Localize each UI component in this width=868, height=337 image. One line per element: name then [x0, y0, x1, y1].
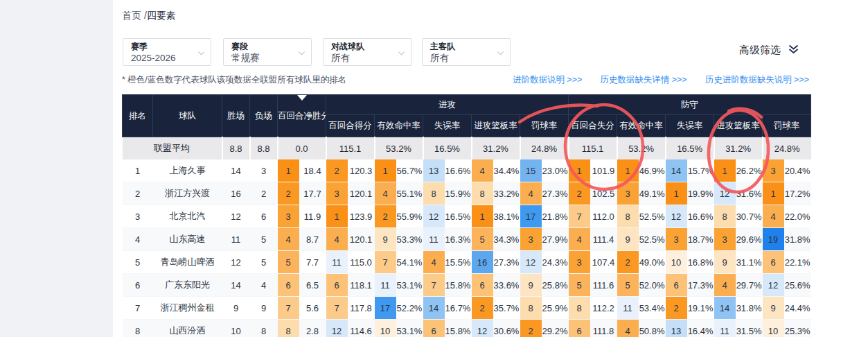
breadcrumb-home[interactable]: 首页 — [122, 10, 141, 21]
team-rank: 5 — [123, 251, 153, 274]
col-losses[interactable]: 负场 — [250, 95, 278, 137]
sub-col-def-0[interactable]: 百回合失分 — [569, 115, 617, 137]
stat-value: 53.4% — [639, 297, 666, 320]
rank-badge: 5 — [569, 274, 590, 297]
stat-value: 16.6% — [687, 205, 714, 228]
team-rank: 8 — [123, 320, 153, 337]
rank-badge: 7 — [375, 251, 396, 274]
chevron-down-icon — [297, 48, 306, 60]
avg-stat-8: 16.5% — [666, 137, 714, 160]
rank-badge: 3 — [617, 182, 639, 205]
sub-col-off-2[interactable]: 失误率 — [423, 115, 472, 137]
filter-opponent[interactable]: 对战球队 所有 — [323, 38, 411, 66]
stat-value: 33.6% — [493, 274, 520, 297]
sub-col-off-0[interactable]: 百回合得分 — [326, 115, 375, 137]
rank-badge: 11 — [375, 274, 396, 297]
league-average-row: 联盟平均8.88.80.0115.153.2%16.5%31.2%24.8%11… — [123, 137, 811, 160]
filter-stage-value: 常规赛 — [231, 52, 296, 64]
stat-value: 53.1% — [396, 274, 423, 297]
rank-badge: 9 — [714, 251, 736, 274]
link-advanced-data-help[interactable]: 进阶数据说明 >>> — [513, 74, 582, 86]
rank-badge: 7 — [278, 297, 299, 320]
stat-value: 56.7% — [396, 159, 423, 182]
rank-badge: 3 — [520, 228, 542, 251]
stat-value: 120.1 — [348, 182, 375, 205]
rank-badge: 17 — [375, 297, 396, 320]
col-rank[interactable]: 排名 — [123, 95, 153, 137]
team-row: 3北京北汽126311.91123.9255.9%1216.5%138.1%17… — [123, 205, 811, 228]
sub-col-def-2[interactable]: 失误率 — [666, 115, 714, 137]
sub-col-def-3[interactable]: 进攻篮板率 — [714, 115, 763, 137]
sub-col-off-4[interactable]: 罚球率 — [520, 115, 569, 137]
sort-caret-icon[interactable] — [297, 95, 307, 101]
rank-badge: 3 — [326, 182, 348, 205]
team-name[interactable]: 山西汾酒 — [153, 320, 222, 337]
stat-value: 16.6% — [445, 159, 472, 182]
rank-badge: 4 — [617, 320, 639, 337]
sub-col-def-1[interactable]: 有效命中率 — [617, 115, 666, 137]
rank-badge: 2 — [278, 182, 299, 205]
filter-home-away[interactable]: 主客队 所有 — [422, 38, 511, 66]
sub-col-off-3[interactable]: 进攻篮板率 — [472, 115, 520, 137]
stat-value: 5.6 — [299, 297, 326, 320]
link-history-advanced-missing[interactable]: 历史进阶数据缺失说明 >>> — [705, 74, 809, 86]
rank-badge: 5 — [472, 228, 493, 251]
team-rank: 1 — [123, 159, 153, 182]
team-name[interactable]: 上海久事 — [153, 159, 222, 182]
stat-value: 31.8% — [784, 228, 811, 251]
team-rank: 4 — [123, 228, 153, 251]
stat-value: 112.2 — [590, 297, 617, 320]
filter-season[interactable]: 赛季 2025-2026 — [123, 38, 211, 66]
team-losses: 3 — [250, 159, 278, 182]
stat-value: 55.1% — [396, 182, 423, 205]
stat-value: 55.9% — [396, 205, 423, 228]
link-history-missing-detail[interactable]: 历史数据缺失详情 >>> — [600, 74, 687, 86]
rank-badge: 9 — [375, 228, 396, 251]
rank-badge: 4 — [714, 274, 736, 297]
team-name[interactable]: 山东高速 — [153, 228, 222, 251]
stat-value: 11.9 — [299, 205, 326, 228]
stat-value: 16.5% — [445, 205, 472, 228]
stat-value: 111.6 — [590, 274, 617, 297]
rank-badge: 8 — [617, 205, 639, 228]
stat-value: 17.3% — [687, 274, 714, 297]
rank-badge: 4 — [569, 228, 590, 251]
avg-stat-0: 0.0 — [278, 137, 326, 160]
avg-stat-3: 16.5% — [423, 137, 472, 160]
rank-badge: 8 — [569, 297, 590, 320]
rank-badge: 9 — [520, 274, 542, 297]
team-name[interactable]: 浙江稠州金租 — [153, 297, 222, 320]
rank-badge: 13 — [666, 320, 687, 337]
team-name[interactable]: 浙江方兴渡 — [153, 182, 222, 205]
rank-badge: 14 — [666, 159, 687, 182]
stat-value: 120.1 — [348, 228, 375, 251]
stat-value: 30.6% — [493, 320, 520, 337]
team-row: 5青岛崂山啤酒12557.711115.0754.1%415.5%1627.3%… — [123, 251, 811, 274]
four-factors-table-wrap: 排名球队胜场负场百回合净胜分进攻防守百回合得分有效命中率失误率进攻篮板率罚球率百… — [122, 94, 811, 337]
rank-badge: 4 — [472, 159, 493, 182]
sub-col-off-1[interactable]: 有效命中率 — [375, 115, 423, 137]
col-wins[interactable]: 胜场 — [222, 95, 250, 137]
rank-badge: 10 — [763, 320, 784, 337]
rank-badge: 2 — [569, 182, 590, 205]
filter-home-away-label: 主客队 — [430, 41, 495, 52]
rank-badge: 5 — [278, 251, 299, 274]
rank-badge: 2 — [472, 297, 493, 320]
col-net-rating[interactable]: 百回合净胜分 — [278, 95, 326, 137]
stat-value: 18.4 — [299, 159, 326, 182]
advanced-filter-button[interactable]: 高级筛选 — [739, 44, 799, 57]
stat-value: 25.3% — [784, 320, 811, 337]
team-wins: 9 — [222, 297, 250, 320]
team-name[interactable]: 青岛崂山啤酒 — [153, 251, 222, 274]
filter-stage[interactable]: 赛段 常规赛 — [223, 38, 312, 66]
team-name[interactable]: 北京北汽 — [153, 205, 222, 228]
team-wins: 10 — [222, 320, 250, 337]
filter-season-value: 2025-2026 — [131, 52, 195, 64]
stat-value: 27.3% — [542, 182, 569, 205]
sub-col-def-4[interactable]: 罚球率 — [763, 115, 811, 137]
team-losses: 5 — [250, 228, 278, 251]
team-name[interactable]: 广东东阳光 — [153, 274, 222, 297]
rank-badge: 10 — [375, 320, 396, 337]
col-team[interactable]: 球队 — [153, 95, 222, 137]
stat-value: 19.9% — [687, 182, 714, 205]
